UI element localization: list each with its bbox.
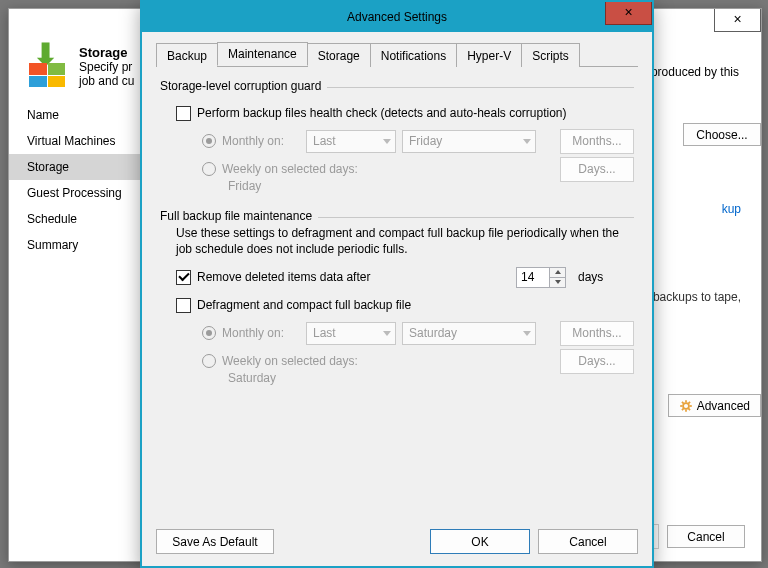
g1-monthly-week-value: Last [313,134,336,148]
g1-weekly-label: Weekly on selected days: [222,162,358,176]
svg-line-8 [688,401,690,403]
page-subtitle: Specify pr [79,60,134,74]
group2-title: Full backup file maintenance [160,209,312,223]
dialog-footer: Save As Default OK Cancel [156,529,638,554]
dialog-title: Advanced Settings [347,10,447,24]
g2-monthly-week-select[interactable]: Last [306,322,396,345]
spinner-up-icon[interactable] [550,268,565,278]
defrag-label: Defragment and compact full backup file [197,298,411,312]
link-fragment[interactable]: kup [722,202,741,216]
g2-monthly-label: Monthly on: [222,326,300,340]
wizard-close-button[interactable]: × [714,9,761,32]
cancel-button[interactable]: Cancel [538,529,638,554]
dialog-tabs: Backup Maintenance Storage Notifications… [156,42,638,67]
svg-line-5 [682,401,684,403]
g1-months-button[interactable]: Months... [560,129,634,154]
choose-button[interactable]: Choose... [683,123,761,146]
g2-days-button[interactable]: Days... [560,349,634,374]
tab-storage[interactable]: Storage [307,43,371,67]
group2-desc: Use these settings to defragment and com… [160,223,634,263]
spinner-down-icon[interactable] [550,278,565,287]
chevron-down-icon [383,331,391,336]
remove-deleted-checkbox[interactable] [176,270,191,285]
subtitle-a: Specify pr [79,60,132,74]
remove-days-value[interactable]: 14 [516,267,550,288]
maintenance-panel: Storage-level corruption guard Perform b… [156,67,638,405]
dialog-titlebar: Advanced Settings × [142,2,652,32]
group1-title: Storage-level corruption guard [160,79,321,93]
advanced-button[interactable]: Advanced [668,394,761,417]
g1-weekly-radio[interactable] [202,162,216,176]
gear-icon [679,399,693,413]
g1-monthly-label: Monthly on: [222,134,300,148]
remove-days-unit: days [572,270,634,284]
g1-monthly-radio[interactable] [202,134,216,148]
choose-label: Choose... [696,128,747,142]
save-as-default-button[interactable]: Save As Default [156,529,274,554]
chevron-down-icon [523,331,531,336]
svg-point-0 [683,403,689,409]
chevron-down-icon [383,139,391,144]
g1-monthly-day-select[interactable]: Friday [402,130,536,153]
tab-maintenance[interactable]: Maintenance [217,42,308,66]
health-check-label: Perform backup files health check (detec… [197,106,567,120]
g2-weekly-radio[interactable] [202,354,216,368]
ok-button[interactable]: OK [430,529,530,554]
health-check-checkbox[interactable] [176,106,191,121]
page-title: Storage [79,45,134,60]
storage-icon: ⬇ [27,45,69,87]
nav-schedule[interactable]: Schedule [9,206,144,232]
nav-name[interactable]: Name [9,102,144,128]
tab-scripts[interactable]: Scripts [521,43,580,67]
wizard-cancel-label: Cancel [687,530,724,544]
tab-notifications[interactable]: Notifications [370,43,457,67]
chevron-down-icon [523,139,531,144]
tab-backup[interactable]: Backup [156,43,218,67]
group-corruption-guard: Storage-level corruption guard Perform b… [160,79,634,193]
g2-monthly-day-select[interactable]: Saturday [402,322,536,345]
nav-guest-processing[interactable]: Guest Processing [9,180,144,206]
g2-monthly-radio[interactable] [202,326,216,340]
nav-storage[interactable]: Storage [9,154,144,180]
svg-line-6 [688,408,690,410]
wizard-cancel-button[interactable]: Cancel [667,525,745,548]
g1-monthly-day-value: Friday [409,134,442,148]
g1-monthly-week-select[interactable]: Last [306,130,396,153]
remove-days-spinner[interactable]: 14 [516,267,566,288]
page-subtitle2: job and cu [79,74,134,88]
svg-line-7 [682,408,684,410]
defrag-checkbox[interactable] [176,298,191,313]
tab-hyperv[interactable]: Hyper-V [456,43,522,67]
advanced-settings-dialog: Advanced Settings × Backup Maintenance S… [140,0,654,568]
g2-monthly-day-value: Saturday [409,326,457,340]
g1-days-button[interactable]: Days... [560,157,634,182]
g2-monthly-week-value: Last [313,326,336,340]
group-full-backup-maintenance: Full backup file maintenance Use these s… [160,209,634,385]
wizard-nav: Name Virtual Machines Storage Guest Proc… [9,98,144,520]
g2-months-button[interactable]: Months... [560,321,634,346]
dialog-close-button[interactable]: × [605,2,652,25]
remove-deleted-label: Remove deleted items data after [197,270,370,284]
g2-weekly-label: Weekly on selected days: [222,354,358,368]
nav-virtual-machines[interactable]: Virtual Machines [9,128,144,154]
advanced-label: Advanced [697,399,750,413]
nav-summary[interactable]: Summary [9,232,144,258]
